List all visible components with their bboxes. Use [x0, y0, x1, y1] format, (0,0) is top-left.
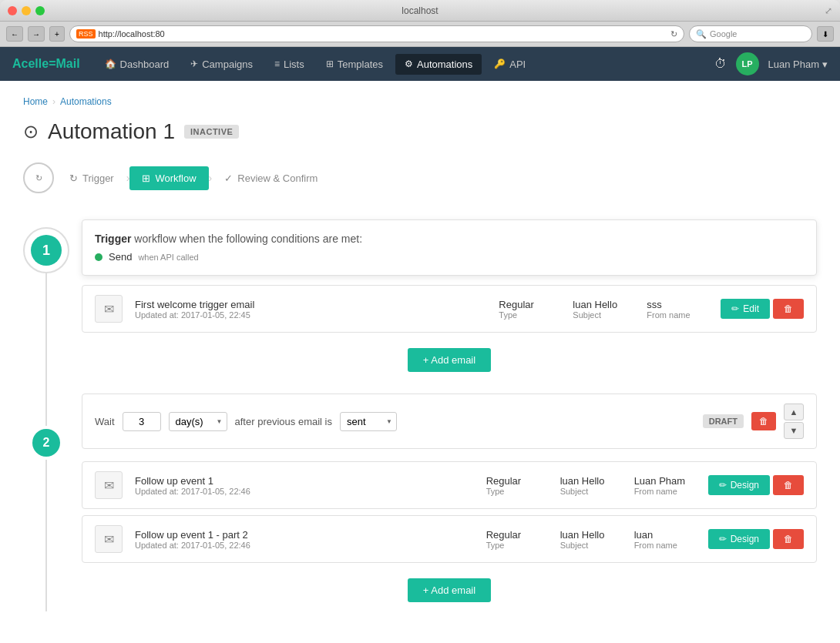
- nav-api-label: API: [509, 59, 526, 70]
- trash-icon-3: 🗑: [784, 534, 793, 544]
- email-updated-2: Updated at: 2017-01-05, 22:46: [135, 487, 474, 496]
- wait-unit-wrapper: day(s) hour(s) week(s): [169, 412, 227, 431]
- automations-icon: ⚙: [405, 59, 413, 69]
- search-bar[interactable]: 🔍 Google: [689, 25, 812, 42]
- page-title: Automation 1: [48, 119, 175, 144]
- email-info-2: Follow up event 1 Updated at: 2017-01-05…: [135, 475, 474, 496]
- trigger-condition-sublabel: when API called: [138, 253, 198, 262]
- email-name-2: Follow up event 1: [135, 475, 474, 487]
- breadcrumb-home[interactable]: Home: [23, 96, 48, 107]
- close-button[interactable]: [8, 6, 17, 15]
- step2-number: 2: [43, 436, 50, 450]
- back-button[interactable]: ←: [6, 26, 23, 42]
- navbar: Acelle=Mail 🏠 Dashboard ✈ Campaigns ≡ Li…: [0, 47, 840, 81]
- search-icon: 🔍: [696, 29, 707, 39]
- design-icon-2: ✏: [719, 534, 727, 544]
- email-type-2: Regular Type: [486, 475, 548, 496]
- review-step-label: Review & Confirm: [237, 172, 318, 184]
- delete-wait-button[interactable]: 🗑: [751, 412, 776, 430]
- email-subject-3: luan Hello Subject: [560, 529, 622, 550]
- email-actions-1: ✏ Edit 🗑: [721, 299, 804, 319]
- email-updated-3: Updated at: 2017-01-05, 22:46: [135, 541, 474, 550]
- step1-inner-circle: 1: [31, 235, 62, 266]
- content-column: Trigger workflow when the following cond…: [69, 212, 817, 611]
- lists-icon: ≡: [274, 59, 280, 69]
- email-icon-1: ✉: [95, 295, 123, 323]
- url-bar[interactable]: RSS http://localhost:80 ↻: [69, 25, 684, 42]
- traffic-lights: [8, 6, 45, 15]
- nav-templates[interactable]: ⊞ Templates: [317, 54, 392, 75]
- delete-button-2[interactable]: 🗑: [773, 475, 804, 495]
- add-email-button-1[interactable]: + Add email: [408, 348, 491, 372]
- draft-badge: DRAFT: [703, 414, 744, 428]
- wait-move-buttons: ▲ ▼: [784, 404, 804, 439]
- edit-icon-1: ✏: [731, 303, 739, 314]
- move-up-button[interactable]: ▲: [784, 404, 804, 420]
- sent-status-wrapper: sent opened clicked: [340, 412, 397, 431]
- user-menu[interactable]: Luan Pham ▾: [768, 59, 828, 70]
- forward-button[interactable]: →: [28, 26, 45, 42]
- window-resize[interactable]: ⤢: [825, 5, 832, 16]
- nav-campaigns[interactable]: ✈ Campaigns: [181, 54, 262, 75]
- sent-status-select[interactable]: sent opened clicked: [340, 412, 397, 431]
- window: localhost ⤢ ← → + RSS http://localhost:8…: [0, 0, 840, 643]
- green-dot-icon: [95, 253, 102, 261]
- email-name-1: First welcome trigger email: [135, 299, 486, 310]
- step1-arrow: ↻: [35, 173, 42, 183]
- breadcrumb: Home › Automations: [23, 96, 817, 107]
- status-badge: INACTIVE: [184, 125, 239, 139]
- wait-input[interactable]: [123, 412, 161, 431]
- nav-dashboard-label: Dashboard: [120, 59, 170, 70]
- browser-bar: ← → + RSS http://localhost:80 ↻ 🔍 Google…: [0, 22, 840, 47]
- brand-logo[interactable]: Acelle=Mail: [12, 57, 80, 71]
- trigger-popup-description: workflow when the following conditions a…: [134, 233, 362, 245]
- download-button[interactable]: ⬇: [817, 26, 834, 42]
- avatar[interactable]: LP: [736, 52, 759, 75]
- breadcrumb-automations[interactable]: Automations: [60, 96, 112, 107]
- delete-button-1[interactable]: 🗑: [773, 299, 804, 319]
- step1-number: 1: [42, 243, 50, 259]
- history-button[interactable]: ⏱: [714, 57, 727, 71]
- design-button-2[interactable]: ✏ Design: [708, 529, 770, 549]
- user-name: Luan Pham: [768, 59, 820, 70]
- timeline-column: 1 2: [23, 212, 69, 611]
- trigger-popup: Trigger workflow when the following cond…: [82, 219, 817, 276]
- nav-api[interactable]: 🔑 API: [485, 54, 535, 75]
- design-button-1[interactable]: ✏ Design: [708, 475, 770, 495]
- email-type-3: Regular Type: [486, 529, 548, 550]
- email-row-1: ✉ First welcome trigger email Updated at…: [82, 285, 817, 333]
- email-info-1: First welcome trigger email Updated at: …: [135, 299, 486, 320]
- email-info-3: Follow up event 1 - part 2 Updated at: 2…: [135, 529, 474, 550]
- wizard-steps: ↻ ↻ Trigger › ⊞ Workflow › ✓ Review & Co…: [23, 162, 817, 193]
- nav-campaigns-label: Campaigns: [202, 59, 253, 70]
- after-label: after previous email is: [235, 416, 332, 427]
- edit-button-1[interactable]: ✏ Edit: [721, 299, 770, 319]
- email-icon-2: ✉: [95, 471, 123, 499]
- trigger-popup-title: Trigger workflow when the following cond…: [95, 233, 804, 245]
- email-fromname-3: luan From name: [634, 529, 696, 550]
- email-row-2: ✉ Follow up event 1 Updated at: 2017-01-…: [82, 461, 817, 509]
- email-row-3: ✉ Follow up event 1 - part 2 Updated at:…: [82, 515, 817, 563]
- reload-button[interactable]: ↻: [670, 29, 677, 39]
- wizard-step-workflow[interactable]: ⊞ Workflow: [129, 166, 208, 190]
- templates-icon: ⊞: [326, 59, 334, 69]
- nav-automations[interactable]: ⚙ Automations: [395, 54, 482, 75]
- email-actions-2: ✏ Design 🗑: [708, 475, 804, 495]
- add-tab-button[interactable]: +: [49, 26, 65, 42]
- trigger-condition-row: Send when API called: [95, 251, 804, 263]
- minimize-button[interactable]: [22, 6, 31, 15]
- move-down-button[interactable]: ▼: [784, 422, 804, 439]
- nav-lists[interactable]: ≡ Lists: [265, 54, 314, 75]
- nav-automations-label: Automations: [417, 59, 472, 70]
- email-type-1: Regular Type: [499, 299, 560, 320]
- vline2: [45, 460, 47, 612]
- wait-unit-select[interactable]: day(s) hour(s) week(s): [169, 412, 227, 431]
- nav-dashboard[interactable]: 🏠 Dashboard: [96, 54, 179, 75]
- wizard-step-trigger[interactable]: ↻ Trigger: [57, 166, 126, 190]
- email-fromname-1: sss From name: [647, 299, 708, 320]
- add-email-button-2[interactable]: + Add email: [408, 578, 491, 602]
- delete-button-3[interactable]: 🗑: [773, 529, 804, 549]
- wizard-step-review[interactable]: ✓ Review & Confirm: [212, 166, 330, 190]
- user-menu-arrow: ▾: [822, 59, 828, 70]
- maximize-button[interactable]: [35, 6, 45, 15]
